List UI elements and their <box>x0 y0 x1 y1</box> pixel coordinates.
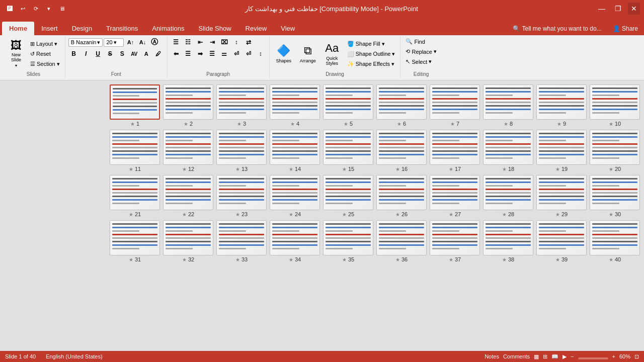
grow-font-button[interactable]: A↑ <box>125 37 136 47</box>
underline-button[interactable]: U <box>93 49 104 59</box>
reading-view-button[interactable]: 📖 <box>551 353 558 360</box>
slide-item[interactable]: ★18 <box>483 130 533 172</box>
fit-slide-button[interactable]: ⊡ <box>634 353 639 360</box>
slide-thumbnail[interactable] <box>323 175 373 210</box>
slide-thumbnail[interactable] <box>483 84 533 120</box>
slide-thumbnail[interactable] <box>110 220 160 255</box>
clear-format-button[interactable]: Ⓐ <box>149 37 160 47</box>
slide-thumbnail[interactable] <box>376 175 427 210</box>
slide-thumbnail[interactable] <box>216 220 267 255</box>
slide-item[interactable]: ★3 <box>216 84 267 127</box>
slide-item[interactable]: ★33 <box>216 220 267 262</box>
decrease-indent-button[interactable]: ⇤ <box>195 37 206 47</box>
slide-item[interactable]: ★29 <box>536 175 587 217</box>
slide-item[interactable]: ★32 <box>163 220 213 262</box>
font-color-button[interactable]: A <box>141 49 152 59</box>
zoom-slider[interactable] <box>578 357 608 359</box>
align-left-button[interactable]: ⬅ <box>171 49 182 59</box>
slide-thumbnail[interactable] <box>323 84 373 120</box>
slide-panel[interactable]: ★10★9★8★7★6★5★4★3★2★1★20★19★18★17★16★15★… <box>0 80 644 351</box>
strikethrough-button[interactable]: S <box>105 49 116 59</box>
font-size-box[interactable]: 20 ▾ <box>104 38 124 47</box>
tab-animations[interactable]: Animations <box>145 22 191 35</box>
slide-thumbnail[interactable] <box>536 130 587 165</box>
slide-thumbnail[interactable] <box>430 220 480 255</box>
slide-item[interactable]: ★26 <box>376 175 427 217</box>
slide-thumbnail[interactable] <box>376 130 427 165</box>
slideshow-button[interactable]: ▶ <box>562 353 567 360</box>
slide-item[interactable]: ★31 <box>110 220 160 262</box>
replace-button[interactable]: ⟲ Replace ▾ <box>404 47 438 56</box>
minimize-button[interactable]: — <box>596 3 608 15</box>
slide-thumbnail[interactable] <box>163 175 213 210</box>
tab-insert[interactable]: Insert <box>34 22 65 35</box>
slide-thumbnail[interactable] <box>376 84 427 120</box>
new-slide-button[interactable]: 🖼 NewSlide ▾ <box>5 38 27 70</box>
slide-item[interactable]: ★22 <box>163 175 213 217</box>
bold-button[interactable]: B <box>68 49 79 59</box>
layout-button[interactable]: ⊞ Layout ▾ <box>28 40 62 48</box>
columns-button[interactable]: ⚌ <box>219 49 230 59</box>
slide-thumbnail[interactable] <box>270 84 320 120</box>
col-spacing-button[interactable]: ↕ <box>231 37 242 47</box>
new-slide-dropdown[interactable]: ▾ <box>15 63 17 68</box>
ltr-button[interactable]: ⏎ <box>243 49 254 59</box>
slide-thumbnail[interactable] <box>590 130 640 165</box>
smart-art-button[interactable]: ⌧ <box>219 37 230 47</box>
slide-item[interactable]: ★35 <box>323 220 373 262</box>
share-button[interactable]: 👤 Share <box>607 22 644 35</box>
refresh-button[interactable]: ⟳ <box>30 3 41 14</box>
slide-thumbnail[interactable] <box>590 84 640 120</box>
reset-button[interactable]: ↺ Reset <box>28 50 62 58</box>
slide-thumbnail[interactable] <box>536 220 587 255</box>
slide-thumbnail[interactable] <box>270 175 320 210</box>
align-center-button[interactable]: ☰ <box>183 49 194 59</box>
justify-button[interactable]: ☰ <box>207 49 218 59</box>
notes-button[interactable]: Notes <box>485 353 499 360</box>
tab-design[interactable]: Design <box>65 22 99 35</box>
slide-thumbnail[interactable] <box>216 84 267 120</box>
zoom-out-button[interactable]: − <box>571 353 574 360</box>
bullets-button[interactable]: ☰ <box>171 37 182 47</box>
shape-fill-button[interactable]: 🪣 Shape Fill ▾ <box>345 40 397 48</box>
slide-thumbnail[interactable] <box>483 175 533 210</box>
section-button[interactable]: ☰ Section ▾ <box>28 60 62 68</box>
slide-item[interactable]: ★20 <box>590 130 640 172</box>
tab-slideshow[interactable]: Slide Show <box>192 22 238 35</box>
font-highlight-button[interactable]: 🖊 <box>153 49 164 59</box>
slide-thumbnail[interactable] <box>430 175 480 210</box>
slide-thumbnail[interactable] <box>590 175 640 210</box>
slide-thumbnail[interactable] <box>216 130 267 165</box>
align-right-button[interactable]: ➡ <box>195 49 206 59</box>
slide-thumbnail[interactable] <box>430 84 480 120</box>
slide-item[interactable]: ★30 <box>590 175 640 217</box>
shrink-font-button[interactable]: A↓ <box>137 37 148 47</box>
slide-thumbnail[interactable] <box>110 175 160 210</box>
slide-sorter-button[interactable]: ⊞ <box>543 353 547 360</box>
arrange-button[interactable]: ⧉ Arrange <box>297 42 319 65</box>
slide-thumbnail[interactable] <box>590 220 640 255</box>
zoom-in-button[interactable]: + <box>612 353 615 360</box>
slide-item[interactable]: ★7 <box>430 84 480 127</box>
normal-view-button[interactable]: ▦ <box>534 353 539 360</box>
slide-item[interactable]: ★25 <box>323 175 373 217</box>
slide-item[interactable]: ★23 <box>216 175 267 217</box>
slide-item[interactable]: ★12 <box>163 130 213 172</box>
find-button[interactable]: 🔍 Find <box>404 37 427 46</box>
slide-item[interactable]: ★24 <box>270 175 320 217</box>
slide-item[interactable]: ★13 <box>216 130 267 172</box>
slide-thumbnail[interactable] <box>483 220 533 255</box>
shadow-button[interactable]: S <box>117 49 128 59</box>
slide-thumbnail[interactable] <box>270 130 320 165</box>
slide-item[interactable]: ★14 <box>270 130 320 172</box>
italic-button[interactable]: I <box>80 49 92 59</box>
shape-effects-button[interactable]: ✨ Shape Effects ▾ <box>345 60 397 68</box>
slide-thumbnail[interactable] <box>323 220 373 255</box>
slide-thumbnail[interactable] <box>483 130 533 165</box>
tab-review[interactable]: Review <box>238 22 274 35</box>
tab-view[interactable]: View <box>274 22 302 35</box>
increase-indent-button[interactable]: ⇥ <box>207 37 218 47</box>
slide-item[interactable]: ★9 <box>536 84 587 127</box>
slide-thumbnail[interactable] <box>163 84 213 120</box>
quick-styles-button[interactable]: Aa QuickStyles <box>321 40 343 68</box>
